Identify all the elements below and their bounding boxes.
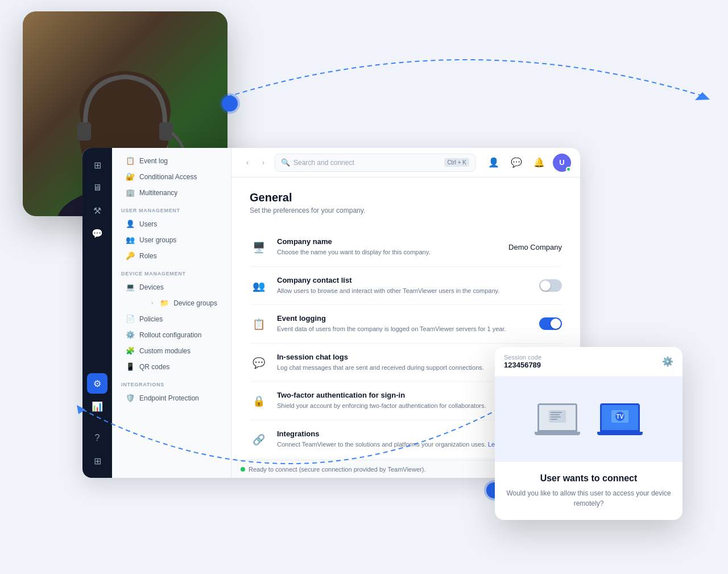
settings-item-contact-list: 👥 Company contact list Allow users to br… (250, 267, 562, 305)
rollout-icon: ⚙️ (126, 331, 135, 339)
section-label-user-management: USER MANAGEMENT (112, 201, 231, 216)
toggle-knob (540, 280, 551, 291)
event-log-icon: 📋 (126, 156, 135, 165)
nav-item-rollout-configuration[interactable]: ⚙️ Rollout configuration (117, 327, 226, 342)
integrations-icon: 🔗 (250, 431, 268, 449)
nav-forward-button[interactable]: › (257, 156, 270, 170)
notifications-icon[interactable]: 🔔 (530, 154, 548, 172)
session-code-label: Session code (504, 354, 541, 361)
sidebar-icon-strip: ⊞ 🖥 ⚒ 💬 ⚙ 📊 ? ⊞ (82, 148, 112, 478)
topbar: ‹ › 🔍 Search and connect Ctrl + K 👤 💬 🔔 … (231, 148, 580, 177)
devices-icon: 💻 (126, 283, 135, 291)
avatar-initials: U (559, 158, 564, 167)
nav-item-device-groups[interactable]: › 📁 Device groups (117, 295, 226, 311)
nav-item-policies[interactable]: 📄 Policies (117, 311, 226, 327)
toggle-knob (551, 319, 561, 329)
search-shortcut: Ctrl + K (444, 158, 469, 167)
users-icon: 👤 (126, 220, 135, 228)
nav-item-event-log[interactable]: 📋 Event log (117, 153, 226, 168)
conditional-access-icon: 🔐 (126, 172, 135, 181)
user-groups-icon: 👥 (126, 236, 135, 244)
sidebar-nav: 📋 Event log 🔐 Conditional Access 🏢 Multi… (112, 148, 231, 478)
chat-logs-desc: Log chat messages that are sent and rece… (277, 363, 530, 373)
nav-item-conditional-access[interactable]: 🔐 Conditional Access (117, 169, 226, 184)
qr-codes-icon: 📱 (126, 362, 135, 371)
user-avatar-button[interactable]: U (553, 154, 571, 172)
section-label-device-management: DEVICE MANAGEMENT (112, 264, 231, 279)
sidebar-icon-chat[interactable]: 💬 (87, 223, 107, 243)
search-icon: 🔍 (281, 158, 290, 167)
contact-list-toggle[interactable] (539, 279, 562, 292)
chat-logs-title: In-session chat logs (277, 353, 530, 361)
session-description: Would you like to allow this user to acc… (504, 488, 673, 509)
company-name-title: Company name (277, 237, 499, 246)
session-header: Session code 123456789 ⚙️ (495, 347, 682, 377)
settings-item-company-name: 🖥️ Company name Choose the name you want… (250, 228, 562, 267)
company-name-icon: 🖥️ (250, 238, 268, 257)
nav-item-endpoint-protection[interactable]: 🛡️ Endpoint Protection (117, 390, 226, 406)
session-popup: Session code 123456789 ⚙️ (495, 347, 682, 520)
sidebar-icon-home[interactable]: ⊞ (87, 155, 107, 175)
sidebar-icon-grid[interactable]: ⊞ (87, 451, 107, 471)
laptop-base-left (535, 432, 580, 435)
endpoint-protection-icon: 🛡️ (126, 394, 135, 402)
laptop-left (535, 403, 580, 435)
connection-dot-left (222, 96, 238, 112)
nav-arrows: ‹ › (241, 156, 270, 170)
status-indicator (241, 467, 245, 472)
device-groups-icon: 📁 (160, 299, 169, 307)
svg-marker-0 (695, 92, 710, 100)
chat-logs-icon: 💬 (250, 354, 268, 372)
laptop-right: TV (597, 403, 643, 435)
nav-item-users[interactable]: 👤 Users (117, 216, 226, 232)
session-code-value: 123456789 (504, 361, 541, 369)
chevron-right-icon: › (151, 300, 153, 306)
page-title: General (250, 191, 562, 204)
search-bar[interactable]: 🔍 Search and connect Ctrl + K (275, 154, 475, 172)
contacts-icon[interactable]: 👤 (485, 154, 503, 172)
svg-rect-24 (551, 419, 557, 420)
sidebar-icon-help[interactable]: ? (87, 428, 107, 448)
multitenancy-icon: 🏢 (126, 188, 135, 197)
status-text: Ready to connect (secure connection prov… (249, 466, 425, 473)
laptop-base-right (597, 432, 643, 435)
sidebar-icon-settings[interactable]: ⚙ (87, 373, 107, 394)
messages-icon[interactable]: 💬 (507, 154, 526, 172)
nav-item-roles[interactable]: 🔑 Roles (117, 248, 226, 263)
topbar-actions: 👤 💬 🔔 U (485, 154, 571, 172)
sidebar-icon-remote[interactable]: 🖥 (87, 177, 107, 198)
svg-rect-9 (77, 122, 91, 141)
session-code-section: Session code 123456789 (504, 354, 541, 369)
contact-list-title: Company contact list (277, 276, 530, 284)
svg-rect-21 (551, 412, 562, 413)
session-illustration: TV (495, 377, 682, 462)
policies-icon: 📄 (126, 315, 135, 323)
svg-rect-22 (551, 414, 560, 415)
nav-item-devices[interactable]: 💻 Devices (117, 279, 226, 295)
nav-item-custom-modules[interactable]: 🧩 Custom modules (117, 343, 226, 358)
svg-text:TV: TV (617, 414, 624, 420)
nav-back-button[interactable]: ‹ (241, 156, 254, 170)
session-settings-button[interactable]: ⚙️ (662, 356, 673, 367)
nav-item-user-groups[interactable]: 👥 User groups (117, 232, 226, 247)
sidebar-icon-reports[interactable]: 📊 (87, 396, 107, 416)
company-name-desc: Choose the name you want to display for … (277, 247, 499, 257)
settings-item-event-logging: 📋 Event logging Event data of users from… (250, 305, 562, 344)
sidebar-icon-tools[interactable]: ⚒ (87, 200, 107, 221)
event-logging-icon: 📋 (250, 315, 268, 333)
company-name-value: Demo Company (508, 243, 562, 251)
search-placeholder: Search and connect (293, 159, 354, 167)
event-logging-desc: Event data of users from the company is … (277, 324, 530, 334)
laptop-screen-left (537, 403, 577, 432)
event-logging-title: Event logging (277, 314, 530, 323)
roles-icon: 🔑 (126, 251, 135, 260)
event-logging-toggle[interactable] (539, 317, 562, 330)
nav-item-qr-codes[interactable]: 📱 QR codes (117, 359, 226, 374)
nav-item-multitenancy[interactable]: 🏢 Multitenancy (117, 185, 226, 200)
session-body: User wants to connect Would you like to … (495, 462, 682, 520)
svg-rect-23 (551, 416, 561, 418)
svg-rect-10 (159, 122, 173, 141)
2fa-title: Two-factor authentication for sign-in (277, 391, 530, 399)
section-label-integrations: INTEGRATIONS (112, 375, 231, 390)
2fa-icon: 🔒 (250, 392, 268, 410)
